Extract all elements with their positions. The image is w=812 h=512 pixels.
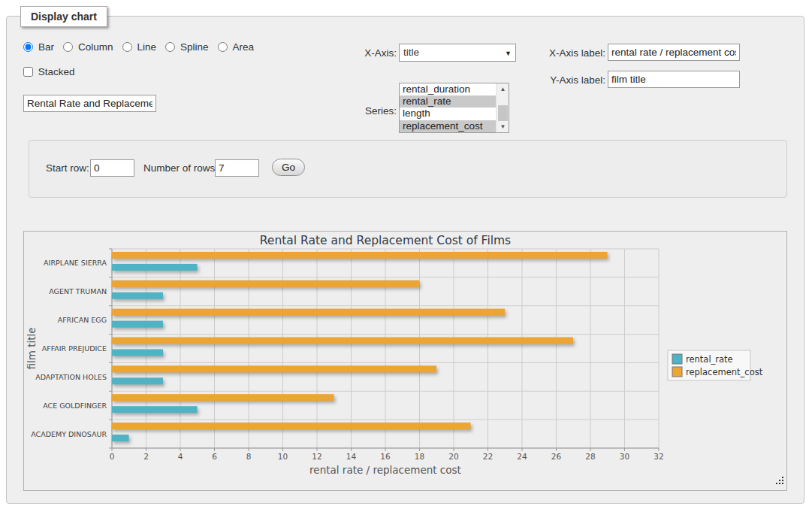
bar-rental_rate: [112, 377, 163, 384]
chart-resize-handle-icon[interactable]: [776, 477, 783, 484]
chart-type-label-bar[interactable]: Bar: [38, 41, 54, 53]
x-tick-label: 20: [448, 452, 458, 461]
bar-rental_rate: [112, 406, 198, 413]
stacked-checkbox[interactable]: [23, 67, 33, 77]
category-label: AFFAIR PREJUDICE: [42, 344, 107, 353]
x-tick-label: 18: [415, 452, 424, 461]
x-tick-label: 26: [551, 452, 562, 461]
series-option[interactable]: rental_duration: [400, 83, 496, 95]
number-of-rows-input[interactable]: [215, 159, 259, 177]
bar-rental_rate: [112, 264, 198, 271]
legend-swatch-rental_rate: [672, 354, 682, 364]
legend-swatch-replacement_cost: [672, 367, 682, 377]
panel-title: Display chart: [20, 6, 107, 27]
chart-container: AIRPLANE SIERRAAGENT TRUMANAFRICAN EGGAF…: [23, 231, 787, 491]
category-label: AIRPLANE SIERRA: [44, 259, 107, 267]
x-tick-label: 32: [654, 452, 663, 461]
start-row-input[interactable]: [90, 159, 134, 177]
listbox-scrollbar[interactable]: ▲ ▼: [496, 83, 509, 132]
chart-type-radio-spline[interactable]: [165, 42, 175, 52]
select-dropdown-arrow-icon: ▼: [505, 45, 512, 62]
number-of-rows-label: Number of rows:: [143, 162, 218, 174]
scroll-up-icon[interactable]: ▲: [497, 83, 509, 95]
y-axis-title: film title: [26, 327, 38, 369]
chart-type-label-line[interactable]: Line: [137, 41, 157, 53]
category-label: AFRICAN EGG: [58, 316, 107, 324]
x-axis-label-input[interactable]: [608, 44, 740, 61]
series-option[interactable]: rental_rate: [400, 95, 496, 108]
chart-type-radio-line[interactable]: [122, 42, 132, 52]
y-axis-label-input[interactable]: [608, 71, 740, 88]
series-option[interactable]: replacement_cost: [400, 120, 496, 132]
bar-replacement_cost: [112, 423, 471, 429]
x-tick-label: 22: [483, 452, 493, 461]
x-tick-label: 16: [380, 452, 391, 461]
y-axis-label-label: Y-Axis label:: [530, 74, 605, 86]
bar-replacement_cost: [112, 365, 436, 372]
x-tick-label: 12: [312, 452, 321, 461]
x-axis-selected-value: title: [403, 47, 419, 58]
chart-type-radio-column[interactable]: [63, 42, 73, 52]
x-axis-select[interactable]: title ▼: [399, 44, 516, 62]
x-tick-label: 28: [585, 452, 595, 461]
bar-replacement_cost: [112, 394, 334, 401]
start-row-label: Start row:: [46, 162, 89, 174]
chart-type-label-column[interactable]: Column: [78, 41, 113, 53]
bar-replacement_cost: [112, 252, 608, 259]
series-listbox[interactable]: rental_durationrental_ratelengthreplacem…: [399, 83, 509, 133]
scrollbar-thumb[interactable]: [498, 105, 508, 121]
scroll-down-icon[interactable]: ▼: [497, 121, 509, 132]
x-axis-label-label: X-Axis label:: [530, 47, 605, 59]
category-label: ACE GOLDFINGER: [43, 401, 107, 410]
bar-rental_rate: [112, 350, 163, 356]
x-tick-label: 14: [346, 452, 357, 461]
x-tick-label: 10: [278, 452, 288, 461]
bar-rental_rate: [112, 435, 129, 441]
display-chart-panel: Display chart Bar Column Line Spline Are…: [6, 16, 804, 504]
chart-type-label-area[interactable]: Area: [233, 41, 255, 53]
series-list-label: Series:: [329, 105, 397, 117]
bar-replacement_cost: [112, 309, 505, 316]
x-tick-label: 0: [110, 452, 115, 461]
go-button[interactable]: Go: [272, 159, 305, 176]
chart-type-radio-bar[interactable]: [23, 42, 33, 52]
chart-type-radio-area[interactable]: [218, 42, 228, 52]
x-tick-label: 6: [212, 452, 217, 461]
row-controls-box: Start row: Number of rows: Go: [29, 140, 787, 198]
legend-label-replacement_cost: replacement_cost: [686, 367, 763, 377]
bar-chart: AIRPLANE SIERRAAGENT TRUMANAFRICAN EGGAF…: [24, 232, 786, 490]
bar-replacement_cost: [112, 338, 573, 344]
x-tick-label: 30: [620, 452, 629, 461]
x-tick-label: 4: [178, 452, 183, 461]
chart-title: Rental Rate and Replacement Cost of Film…: [260, 234, 511, 247]
chart-type-radio-group: Bar Column Line Spline Area: [23, 41, 260, 53]
chart-title-input[interactable]: [23, 95, 156, 112]
x-axis-title: rental rate / replacement cost: [309, 464, 461, 476]
x-tick-label: 2: [143, 452, 149, 461]
x-axis-select-label: X-Axis:: [329, 47, 397, 59]
stacked-label[interactable]: Stacked: [38, 66, 75, 77]
stacked-row: Stacked: [23, 66, 75, 77]
bar-rental_rate: [112, 292, 163, 299]
chart-type-label-spline[interactable]: Spline: [180, 41, 209, 53]
series-option[interactable]: length: [400, 108, 496, 120]
x-tick-label: 24: [517, 452, 527, 461]
category-label: AGENT TRUMAN: [49, 287, 107, 295]
legend-label-rental_rate: rental_rate: [686, 354, 733, 365]
series-options: rental_durationrental_ratelengthreplacem…: [400, 83, 496, 132]
category-label: ADAPTATION HOLES: [35, 373, 107, 381]
bar-rental_rate: [112, 321, 163, 328]
x-tick-label: 8: [246, 452, 252, 461]
bar-replacement_cost: [112, 280, 419, 287]
category-label: ACADEMY DINOSAUR: [31, 430, 107, 438]
